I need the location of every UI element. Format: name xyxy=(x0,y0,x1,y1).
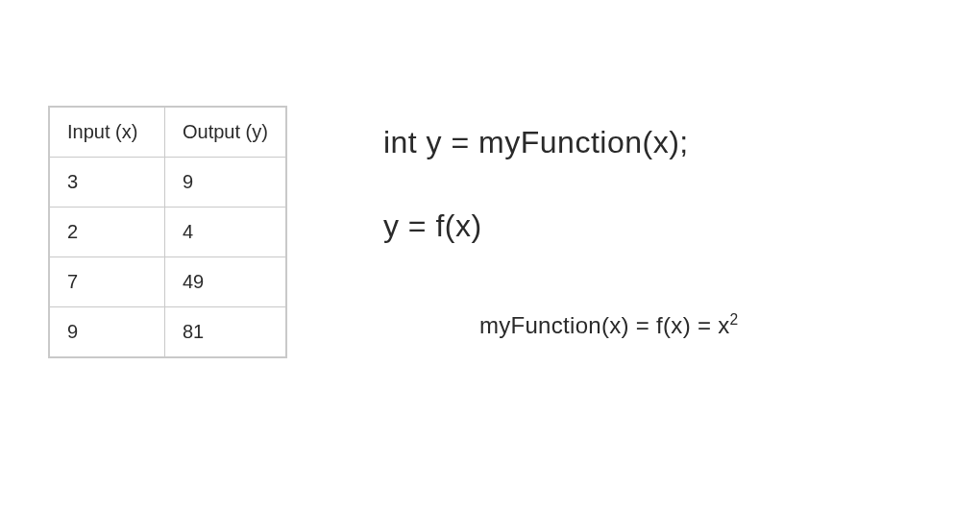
equation-code-line: int y = myFunction(x); xyxy=(383,125,942,160)
equation-math-line: y = f(x) xyxy=(383,208,942,244)
table-row: 3 9 xyxy=(50,158,286,208)
table-row: 2 4 xyxy=(50,208,286,257)
table-header-output: Output (y) xyxy=(165,108,286,158)
equation-definition-line: myFunction(x) = f(x) = x2 xyxy=(383,311,942,339)
equations-block: int y = myFunction(x); y = f(x) myFuncti… xyxy=(383,106,942,339)
table-cell-output: 9 xyxy=(165,158,286,208)
table-row: 7 49 xyxy=(50,257,286,307)
table-cell-input: 7 xyxy=(50,257,165,307)
table-row: 9 81 xyxy=(50,307,286,357)
table-header-row: Input (x) Output (y) xyxy=(50,108,286,158)
table-cell-input: 9 xyxy=(50,307,165,357)
content-container: Input (x) Output (y) 3 9 2 4 7 49 xyxy=(0,0,980,397)
io-table-wrap: Input (x) Output (y) 3 9 2 4 7 49 xyxy=(48,106,287,358)
table-cell-output: 4 xyxy=(165,208,286,257)
io-table: Input (x) Output (y) 3 9 2 4 7 49 xyxy=(49,107,286,357)
table-cell-output: 49 xyxy=(165,257,286,307)
table-cell-input: 2 xyxy=(50,208,165,257)
table-cell-input: 3 xyxy=(50,158,165,208)
equation-exponent: 2 xyxy=(730,311,739,328)
table-cell-output: 81 xyxy=(165,307,286,357)
table-header-input: Input (x) xyxy=(50,108,165,158)
equation-definition-prefix: myFunction(x) = f(x) = x xyxy=(479,312,730,338)
